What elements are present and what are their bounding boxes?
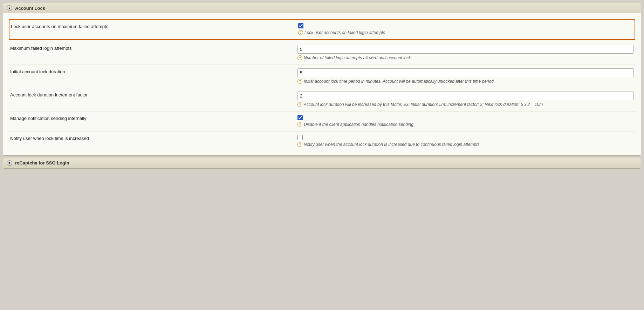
label-initial-lock-duration: Initial account lock duration — [10, 68, 297, 74]
row-lock-on-max-failed: Lock user accounts on maximum failed att… — [9, 19, 635, 40]
control-notify-lock-increase: ? Notify user when the account lock dura… — [297, 135, 634, 148]
help-icon-lock-on-max-failed: ? — [298, 30, 303, 35]
label-lock-duration-increment: Account lock duration increment factor — [10, 92, 297, 97]
help-manage-notification: ? Disable if the client application hand… — [297, 122, 634, 128]
label-max-failed-attempts: Maximum failed login attempts — [10, 45, 297, 51]
checkbox-notify-lock-increase[interactable] — [297, 135, 303, 140]
checkbox-manage-notification[interactable] — [297, 115, 303, 120]
recaptcha-collapse-icon[interactable]: ▼ — [7, 160, 12, 166]
account-lock-content: Lock user accounts on maximum failed att… — [3, 13, 641, 155]
control-lock-duration-increment: ? Account lock duration will be increase… — [297, 92, 634, 108]
recaptcha-title: reCaptcha for SSO Login — [15, 160, 69, 166]
control-manage-notification: ? Disable if the client application hand… — [297, 115, 634, 128]
help-lock-duration-increment: ? Account lock duration will be increase… — [297, 102, 634, 108]
help-icon-initial-lock-duration: ? — [297, 79, 302, 84]
account-lock-header: ▲ Account Lock — [3, 3, 641, 13]
help-icon-max-failed-attempts: ? — [297, 55, 302, 60]
row-manage-notification: Manage notification sending internally ?… — [9, 112, 635, 132]
checkbox-wrapper-manage-notification — [297, 115, 634, 120]
row-lock-duration-increment: Account lock duration increment factor ?… — [9, 88, 635, 112]
help-max-failed-attempts: ? Number of failed login attempts allowe… — [297, 55, 634, 61]
label-notify-lock-increase: Notify user when lock time is increased — [10, 135, 297, 141]
input-max-failed-attempts[interactable] — [297, 45, 634, 54]
account-lock-panel: ▲ Account Lock Lock user accounts on max… — [3, 3, 641, 156]
help-initial-lock-duration: ? Initial account lock time period in mi… — [297, 79, 634, 85]
help-icon-manage-notification: ? — [297, 122, 302, 127]
checkbox-wrapper-notify-lock-increase — [297, 135, 634, 140]
checkbox-wrapper-lock-on-max-failed — [298, 23, 633, 28]
checkbox-lock-on-max-failed[interactable] — [298, 23, 303, 28]
help-lock-on-max-failed: ? Lock user accounts on failed login att… — [298, 30, 633, 36]
input-lock-duration-increment[interactable] — [297, 92, 634, 100]
input-initial-lock-duration[interactable] — [297, 68, 634, 77]
row-notify-lock-increase: Notify user when lock time is increased … — [9, 132, 635, 151]
control-max-failed-attempts: ? Number of failed login attempts allowe… — [297, 45, 634, 61]
control-initial-lock-duration: ? Initial account lock time period in mi… — [297, 68, 634, 85]
account-lock-title: Account Lock — [15, 6, 45, 11]
control-lock-on-max-failed: ? Lock user accounts on failed login att… — [298, 23, 633, 36]
recaptcha-header: ▼ reCaptcha for SSO Login — [3, 158, 641, 168]
help-icon-lock-duration-increment: ? — [297, 102, 302, 107]
help-icon-notify-lock-increase: ? — [297, 142, 302, 147]
account-lock-collapse-icon[interactable]: ▲ — [7, 5, 12, 11]
help-notify-lock-increase: ? Notify user when the account lock dura… — [297, 142, 634, 148]
row-initial-lock-duration: Initial account lock duration ? Initial … — [9, 65, 635, 88]
recaptcha-panel: ▼ reCaptcha for SSO Login — [3, 158, 641, 169]
label-manage-notification: Manage notification sending internally — [10, 115, 297, 121]
row-max-failed-attempts: Maximum failed login attempts ? Number o… — [9, 41, 635, 65]
label-lock-on-max-failed: Lock user accounts on maximum failed att… — [11, 23, 298, 29]
